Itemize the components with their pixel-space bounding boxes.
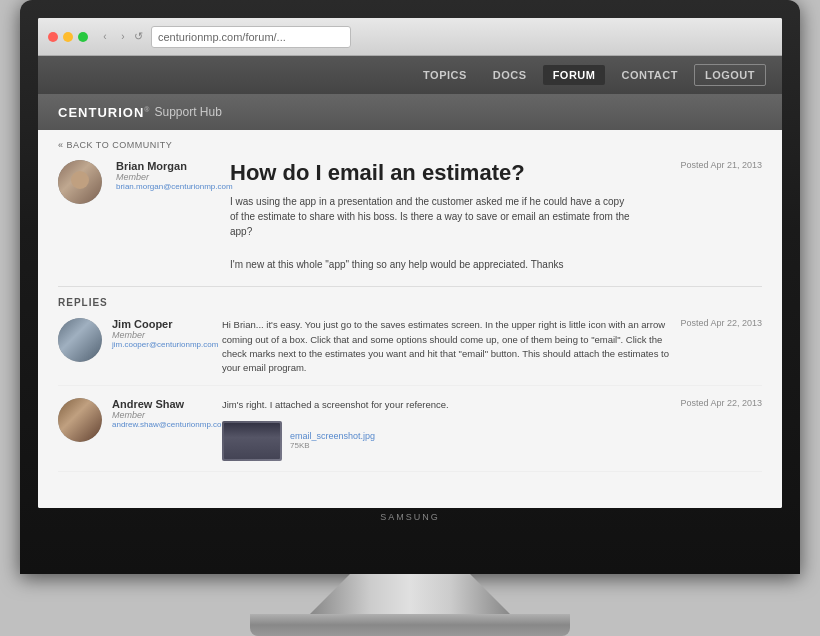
avatar	[58, 318, 102, 362]
site-tagline: Support Hub	[154, 105, 221, 119]
nav-topics[interactable]: TOPICS	[413, 65, 477, 85]
forward-arrow-icon[interactable]: ›	[116, 30, 130, 44]
reply2-date: Posted Apr 22, 2013	[680, 398, 762, 460]
browser-chrome: ‹ › ↺ centurionmp.com/forum/...	[38, 18, 782, 56]
nav-forum[interactable]: FORUM	[543, 65, 606, 85]
attachment-info: email_screenshot.jpg 75KB	[290, 431, 375, 450]
reply2-body: Jim's right. I attached a screenshot for…	[222, 398, 670, 460]
reply-author-name: Jim Cooper	[112, 318, 212, 330]
post-author-email: brian.morgan@centurionmp.com	[116, 182, 216, 191]
tv-screen: ‹ › ↺ centurionmp.com/forum/... TOPICS D…	[38, 18, 782, 508]
address-bar[interactable]: centurionmp.com/forum/...	[151, 26, 351, 48]
attachment-thumbnail	[222, 421, 282, 461]
reply2-author-role: Member	[112, 410, 212, 420]
replies-section: REPLIES Jim Cooper Member jim.cooper@cen…	[58, 286, 762, 471]
avatar	[58, 398, 102, 442]
tv-stand	[20, 574, 800, 636]
reply-author-role: Member	[112, 330, 212, 340]
reply-item: Andrew Shaw Member andrew.shaw@centurion…	[58, 398, 762, 471]
tv-foot	[250, 614, 570, 636]
back-arrow-icon[interactable]: ‹	[98, 30, 112, 44]
attachment-name[interactable]: email_screenshot.jpg	[290, 431, 375, 441]
attachment-size: 75KB	[290, 441, 375, 450]
site-header: CENTURION® Support Hub	[38, 94, 782, 130]
original-post: Brian Morgan Member brian.morgan@centuri…	[58, 160, 762, 272]
tv-brand: SAMSUNG	[38, 508, 782, 526]
post-body-1: I was using the app in a presentation an…	[230, 194, 630, 239]
url-text: centurionmp.com/forum/...	[158, 31, 286, 43]
minimize-button[interactable]	[63, 32, 73, 42]
browser-traffic-lights	[48, 32, 88, 42]
replies-label: REPLIES	[58, 297, 762, 308]
reply2-author-info: Andrew Shaw Member andrew.shaw@centurion…	[112, 398, 212, 460]
reply2-text: Jim's right. I attached a screenshot for…	[222, 398, 670, 412]
reply-body: Hi Brian... it's easy. You just go to th…	[222, 318, 670, 375]
site-navigation: TOPICS DOCS FORUM CONTACT LOGOUT	[38, 56, 782, 94]
post-author-role: Member	[116, 172, 216, 182]
tv-body: ‹ › ↺ centurionmp.com/forum/... TOPICS D…	[20, 0, 800, 574]
post-title: How do I email an estimate?	[230, 160, 525, 186]
browser-navigation: ‹ › ↺	[98, 30, 143, 44]
avatar	[58, 160, 102, 204]
attachment-box: email_screenshot.jpg 75KB	[222, 421, 670, 461]
post-content: How do I email an estimate? Posted Apr 2…	[230, 160, 762, 272]
back-link[interactable]: « BACK TO COMMUNITY	[58, 140, 762, 150]
reply2-author-name: Andrew Shaw	[112, 398, 212, 410]
post-body-2: I'm new at this whole "app" thing so any…	[230, 257, 630, 272]
close-button[interactable]	[48, 32, 58, 42]
reply-text: Hi Brian... it's easy. You just go to th…	[222, 318, 670, 375]
reply2-author-email: andrew.shaw@centurionmp.com	[112, 420, 212, 429]
reply-author-email: jim.cooper@centurionmp.com	[112, 340, 212, 349]
reply-item: Jim Cooper Member jim.cooper@centurionmp…	[58, 318, 762, 386]
nav-logout[interactable]: LOGOUT	[694, 64, 766, 86]
nav-contact[interactable]: CONTACT	[611, 65, 687, 85]
reply-author-info: Jim Cooper Member jim.cooper@centurionmp…	[112, 318, 212, 375]
post-header: How do I email an estimate? Posted Apr 2…	[230, 160, 762, 194]
post-author-info: Brian Morgan Member brian.morgan@centuri…	[116, 160, 216, 272]
site-logo: CENTURION®	[58, 105, 150, 120]
maximize-button[interactable]	[78, 32, 88, 42]
post-author-name: Brian Morgan	[116, 160, 216, 172]
reply-date: Posted Apr 22, 2013	[680, 318, 762, 375]
tv-neck	[310, 574, 510, 614]
nav-docs[interactable]: DOCS	[483, 65, 537, 85]
main-content: « BACK TO COMMUNITY Brian Morgan Member …	[38, 130, 782, 508]
refresh-icon[interactable]: ↺	[134, 30, 143, 43]
post-date: Posted Apr 21, 2013	[680, 160, 762, 170]
